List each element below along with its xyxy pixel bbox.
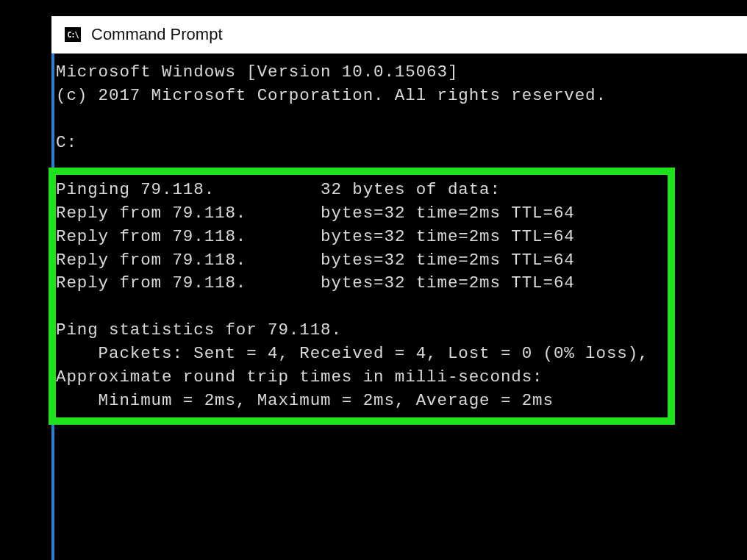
version-line: Microsoft Windows [Version 10.0.15063] xyxy=(56,62,458,82)
reply-3-left: Reply from 79.118. xyxy=(56,251,246,270)
reply-3-right: bytes=32 time=2ms TTL=64 xyxy=(321,251,575,270)
command-prompt-window: C:\ Command Prompt Microsoft Windows [Ve… xyxy=(51,16,747,560)
ping-header-right: 32 bytes of data: xyxy=(321,180,501,199)
terminal-surface[interactable]: Microsoft Windows [Version 10.0.15063] (… xyxy=(51,54,747,560)
prompt-line: C: xyxy=(56,133,77,152)
titlebar[interactable]: C:\ Command Prompt xyxy=(51,16,747,54)
packets-line: Packets: Sent = 4, Received = 4, Lost = … xyxy=(56,344,649,363)
window-title: Command Prompt xyxy=(91,25,223,44)
rtt-header: Approximate round trip times in milli-se… xyxy=(56,367,543,387)
stats-header: Ping statistics for 79.118. xyxy=(56,320,342,340)
rtt-line: Minimum = 2ms, Maximum = 2ms, Average = … xyxy=(56,391,554,410)
reply-2-left: Reply from 79.118. xyxy=(56,227,246,246)
ping-header-left: Pinging 79.118. xyxy=(56,180,215,199)
terminal-output: Microsoft Windows [Version 10.0.15063] (… xyxy=(56,61,747,413)
window-left-edge xyxy=(51,54,54,560)
copyright-line: (c) 2017 Microsoft Corporation. All righ… xyxy=(56,86,607,105)
reply-1-left: Reply from 79.118. xyxy=(56,204,246,223)
command-prompt-icon: C:\ xyxy=(65,27,81,42)
reply-4-left: Reply from 79.118. xyxy=(56,273,246,292)
command-prompt-icon-text: C:\ xyxy=(67,31,78,39)
reply-1-right: bytes=32 time=2ms TTL=64 xyxy=(321,204,575,223)
reply-4-right: bytes=32 time=2ms TTL=64 xyxy=(321,273,575,292)
reply-2-right: bytes=32 time=2ms TTL=64 xyxy=(321,227,575,246)
screenshot-stage: C:\ Command Prompt Microsoft Windows [Ve… xyxy=(0,0,747,560)
